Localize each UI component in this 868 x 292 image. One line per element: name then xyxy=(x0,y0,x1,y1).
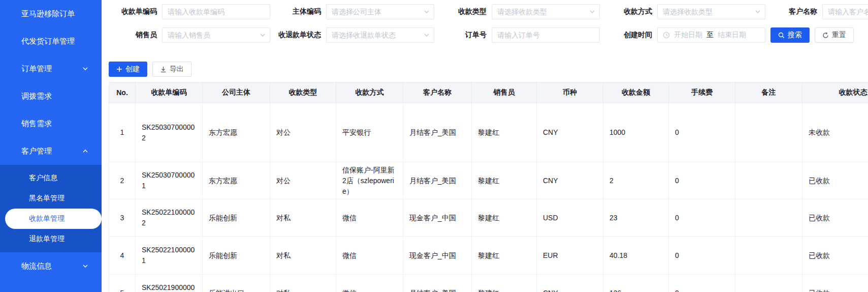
table-cell: 信保账户-阿里新2店（szlepowerie） xyxy=(336,162,403,199)
sidebar-item-label: 订单管理 xyxy=(21,64,52,74)
table-cell: 已收款 xyxy=(802,162,868,199)
receipt-code-label: 收款单编码 xyxy=(102,7,162,16)
sidebar-item-label: 调拨需求 xyxy=(21,92,52,101)
table-cell: 对私 xyxy=(270,237,336,275)
search-button[interactable]: 搜索 xyxy=(770,27,810,43)
table-cell: 0 xyxy=(669,199,735,237)
sidebar-item-receipt-mgmt[interactable]: 收款单管理 xyxy=(5,209,102,229)
receipt-refund-status-field-wrap xyxy=(326,27,434,43)
table-cell: 乐能创新 xyxy=(203,199,270,237)
sidebar-item-dropship-order-mgmt[interactable]: 代发货订单管理 xyxy=(0,27,102,55)
receipt-method-field-wrap xyxy=(657,4,765,19)
table-cell: 黎建红 xyxy=(472,199,537,237)
table-cell: 平安银行 xyxy=(336,103,403,162)
entity-code-select[interactable] xyxy=(326,4,434,19)
table-cell-no: 4 xyxy=(109,237,136,275)
sidebar-item-label: 亚马逊移除订单 xyxy=(21,9,75,19)
column-header: 公司主体 xyxy=(203,82,270,103)
chevron-down-icon xyxy=(82,66,88,72)
search-icon xyxy=(778,32,785,39)
table-cell: 黎建红 xyxy=(472,275,537,292)
table-row: 5SK250219000001乐能进出口对私微信月结客户_美国黎建红CNY136… xyxy=(109,275,868,292)
clock-icon xyxy=(663,32,670,39)
sidebar-item-amazon-removal-orders[interactable]: 亚马逊移除订单 xyxy=(0,0,102,27)
table-cell: 东方宏愿 xyxy=(203,103,270,162)
receipt-code-input[interactable] xyxy=(162,4,270,19)
salesperson-select[interactable] xyxy=(162,27,270,43)
create-time-daterange[interactable]: 开始日期 至 结束日期 xyxy=(657,27,765,43)
sidebar-item-label: 销售需求 xyxy=(21,119,52,129)
table-cell: SK250307000001 xyxy=(136,162,203,199)
table-cell-no: 5 xyxy=(109,275,136,292)
daterange-separator: 至 xyxy=(706,31,714,40)
table-cell: USD xyxy=(537,199,603,237)
receipt-type-select[interactable] xyxy=(492,4,600,19)
sidebar-item-customer-mgmt[interactable]: 客户管理 xyxy=(0,137,102,165)
table-cell-no: 2 xyxy=(109,162,136,199)
column-header: 客户名称 xyxy=(403,82,472,103)
sidebar-item-customer-info[interactable]: 客户信息 xyxy=(0,168,102,188)
chevron-up-icon xyxy=(82,148,88,154)
sidebar-item-label: 客户管理 xyxy=(21,147,52,156)
table-cell: 未收款 xyxy=(802,103,868,162)
table-cell: SK250221000002 xyxy=(136,199,203,237)
reset-button[interactable]: 重置 xyxy=(815,27,854,43)
export-button-label: 导出 xyxy=(170,65,184,74)
table-cell: 已收款 xyxy=(802,237,868,275)
table-cell: 40.18 xyxy=(603,237,669,275)
table-cell xyxy=(735,237,802,275)
table-cell: 已收款 xyxy=(802,275,868,292)
sidebar-item-transfer-demand[interactable]: 调拨需求 xyxy=(0,82,102,110)
reset-button-label: 重置 xyxy=(832,31,846,40)
column-header: 收款金额 xyxy=(603,82,669,103)
table-cell: 136 xyxy=(603,275,669,292)
create-button[interactable]: 创建 xyxy=(109,62,147,77)
receipt-refund-status-select[interactable] xyxy=(326,27,434,43)
table-cell: 黎建红 xyxy=(472,237,537,275)
plus-icon xyxy=(116,66,122,72)
refresh-icon xyxy=(822,32,829,39)
main-content: 收款单编码 主体编码 收款类型 收款方式 客户名称 xyxy=(102,0,868,292)
receipt-method-select[interactable] xyxy=(657,4,765,19)
sidebar-item-refund-mgmt[interactable]: 退款单管理 xyxy=(0,229,102,249)
column-header: 收款单编码 xyxy=(136,82,203,103)
table-cell-no: 3 xyxy=(109,199,136,237)
table-cell: 微信 xyxy=(336,199,403,237)
order-no-input[interactable] xyxy=(492,27,600,43)
table-cell: SK250221000001 xyxy=(136,237,203,275)
sidebar-item-blacklist-mgmt[interactable]: 黑名单管理 xyxy=(0,188,102,209)
customer-mgmt-submenu: 客户信息 黑名单管理 收款单管理 退款单管理 xyxy=(0,165,102,252)
export-button[interactable]: 导出 xyxy=(152,62,191,77)
table-cell: 2 xyxy=(603,162,669,199)
toolbar: 创建 导出 xyxy=(109,62,868,77)
column-header: 收款状态 xyxy=(802,82,868,103)
table-cell: CNY xyxy=(537,103,603,162)
daterange-start-placeholder: 开始日期 xyxy=(674,31,702,40)
entity-code-field-wrap xyxy=(326,4,434,19)
table-cell: 月结客户_美国 xyxy=(403,275,472,292)
customer-name-input[interactable] xyxy=(822,4,868,19)
table-cell: 1000 xyxy=(603,103,669,162)
receipt-type-label: 收款类型 xyxy=(434,7,492,16)
table-header-row: No.收款单编码公司主体收款类型收款方式客户名称销售员币种收款金额手续费备注收款… xyxy=(109,82,868,103)
download-icon xyxy=(160,66,167,73)
customer-name-label: 客户名称 xyxy=(765,7,822,16)
sidebar-item-order-mgmt[interactable]: 订单管理 xyxy=(0,55,102,82)
submenu-item-label: 收款单管理 xyxy=(29,214,65,223)
create-time-label: 创建时间 xyxy=(600,31,657,40)
table-cell: 微信 xyxy=(336,275,403,292)
table-cell: 对公 xyxy=(270,103,336,162)
submenu-item-label: 客户信息 xyxy=(29,173,57,183)
daterange-end-placeholder: 结束日期 xyxy=(718,31,746,40)
customer-name-field-wrap xyxy=(822,4,868,19)
table-cell: SK250307000002 xyxy=(136,103,203,162)
table-cell: 月结客户_美国 xyxy=(403,162,472,199)
column-header: 销售员 xyxy=(472,82,537,103)
table-cell: SK250219000001 xyxy=(136,275,203,292)
table-row: 2SK250307000001东方宏愿对公信保账户-阿里新2店（szlepowe… xyxy=(109,162,868,199)
sidebar-item-sales-demand[interactable]: 销售需求 xyxy=(0,110,102,137)
table-cell: 对私 xyxy=(270,275,336,292)
entity-code-label: 主体编码 xyxy=(270,7,326,16)
sidebar-item-logistics-info[interactable]: 物流信息 xyxy=(0,252,102,280)
table-row: 1SK250307000002东方宏愿对公平安银行月结客户_美国黎建红CNY10… xyxy=(109,103,868,162)
